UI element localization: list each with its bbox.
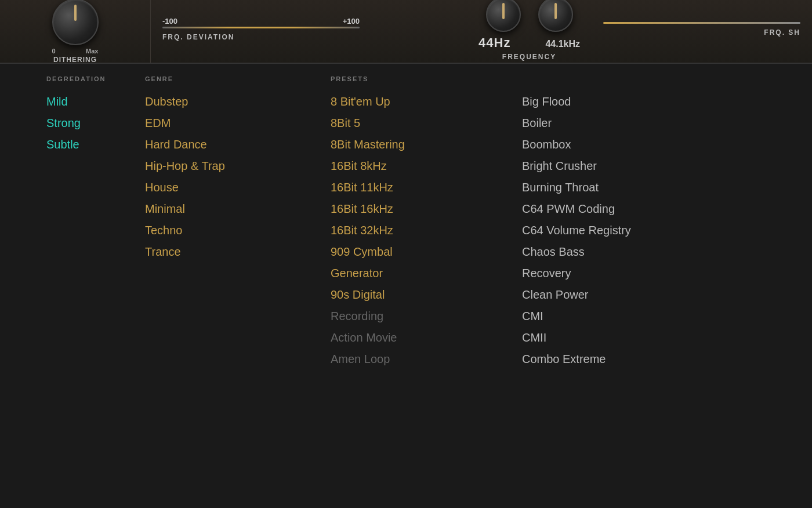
genre-header: GENRE	[145, 75, 319, 82]
preset-item[interactable]: 8Bit 5	[331, 117, 510, 130]
degradation-header: DEGREDATION	[46, 75, 145, 82]
frq-dev-max: +100	[343, 17, 360, 26]
preset-item[interactable]: Chaos Bass	[522, 245, 731, 259]
preset-item[interactable]: CMII	[522, 331, 731, 344]
degradation-list: MildStrongSubtle	[46, 95, 145, 159]
top-panel: 0 Max DITHERING -100 +100 FRQ. DEVIATION…	[0, 0, 812, 64]
preset-item[interactable]: 90s Digital	[331, 288, 510, 302]
presets-right-column: Big FloodBoilerBoomboxBright CrusherBurn…	[510, 75, 731, 508]
preset-item[interactable]: Boombox	[522, 138, 731, 151]
dithering-label-row: 0 Max	[52, 48, 99, 55]
degradation-column: DEGREDATION MildStrongSubtle	[0, 75, 145, 508]
freq-knob-right[interactable]	[538, 0, 573, 32]
freq-knob-left[interactable]	[486, 0, 521, 32]
frequency-section: 44Hz 44.1kHz FREQUENCY	[371, 0, 592, 64]
frq-dev-min: -100	[162, 17, 177, 26]
genre-column: GENRE DubstepEDMHard DanceHip-Hop & Trap…	[145, 75, 319, 508]
degradation-item[interactable]: Mild	[46, 95, 145, 108]
dithering-knob[interactable]	[52, 0, 99, 45]
presets-right-spacer	[522, 75, 731, 82]
frequency-label: FREQUENCY	[502, 53, 556, 61]
preset-item[interactable]: Action Movie	[331, 331, 510, 344]
dithering-section: 0 Max DITHERING	[0, 0, 151, 63]
frq-shape-section: FRQ. SH	[592, 22, 812, 41]
genre-item[interactable]: EDM	[145, 117, 319, 130]
frq-deviation-section: -100 +100 FRQ. DEVIATION	[151, 17, 371, 46]
preset-item[interactable]: Bright Crusher	[522, 159, 731, 173]
preset-item[interactable]: 909 Cymbal	[331, 245, 510, 259]
dithering-knob-container: 0 Max DITHERING	[52, 0, 99, 64]
frequency-sub-value: 44.1kHz	[545, 39, 580, 49]
dithering-max: Max	[86, 48, 98, 55]
preset-item[interactable]: CMI	[522, 310, 731, 323]
content-area: DEGREDATION MildStrongSubtle GENRE Dubst…	[0, 64, 812, 508]
presets-header: PRESETS	[331, 75, 510, 82]
preset-item[interactable]: C64 PWM Coding	[522, 202, 731, 216]
preset-item[interactable]: Recovery	[522, 267, 731, 280]
preset-item[interactable]: 8 Bit'em Up	[331, 95, 510, 108]
frq-shape-label: FRQ. SH	[764, 28, 800, 37]
preset-item[interactable]: 16Bit 16kHz	[331, 202, 510, 216]
preset-item[interactable]: C64 Volume Registry	[522, 224, 731, 237]
preset-item[interactable]: Boiler	[522, 117, 731, 130]
genre-item[interactable]: Techno	[145, 224, 319, 237]
presets-left-list: 8 Bit'em Up8Bit 58Bit Mastering16Bit 8kH…	[331, 95, 510, 374]
genre-list: DubstepEDMHard DanceHip-Hop & TrapHouseM…	[145, 95, 319, 267]
genre-item[interactable]: House	[145, 181, 319, 194]
frq-deviation-range: -100 +100	[162, 17, 360, 26]
preset-item[interactable]: Amen Loop	[331, 353, 510, 366]
preset-item[interactable]: 16Bit 11kHz	[331, 181, 510, 194]
frequency-value: 44Hz	[478, 35, 510, 50]
preset-item[interactable]: 16Bit 8kHz	[331, 159, 510, 173]
presets-right-list: Big FloodBoilerBoomboxBright CrusherBurn…	[522, 95, 731, 374]
preset-item[interactable]: Combo Extreme	[522, 353, 731, 366]
dithering-min: 0	[52, 48, 56, 55]
dithering-label: DITHERING	[53, 56, 97, 64]
genre-item[interactable]: Minimal	[145, 202, 319, 216]
frq-deviation-label: FRQ. DEVIATION	[162, 33, 234, 41]
preset-item[interactable]: 8Bit Mastering	[331, 138, 510, 151]
preset-item[interactable]: Recording	[331, 310, 510, 323]
preset-item[interactable]: Clean Power	[522, 288, 731, 302]
genre-item[interactable]: Trance	[145, 245, 319, 259]
degradation-item[interactable]: Subtle	[46, 138, 145, 151]
genre-item[interactable]: Hip-Hop & Trap	[145, 159, 319, 173]
presets-left-column: PRESETS 8 Bit'em Up8Bit 58Bit Mastering1…	[319, 75, 510, 508]
preset-item[interactable]: 16Bit 32kHz	[331, 224, 510, 237]
degradation-item[interactable]: Strong	[46, 117, 145, 130]
genre-item[interactable]: Dubstep	[145, 95, 319, 108]
preset-item[interactable]: Big Flood	[522, 95, 731, 108]
genre-item[interactable]: Hard Dance	[145, 138, 319, 151]
preset-item[interactable]: Generator	[331, 267, 510, 280]
preset-item[interactable]: Burning Throat	[522, 181, 731, 194]
